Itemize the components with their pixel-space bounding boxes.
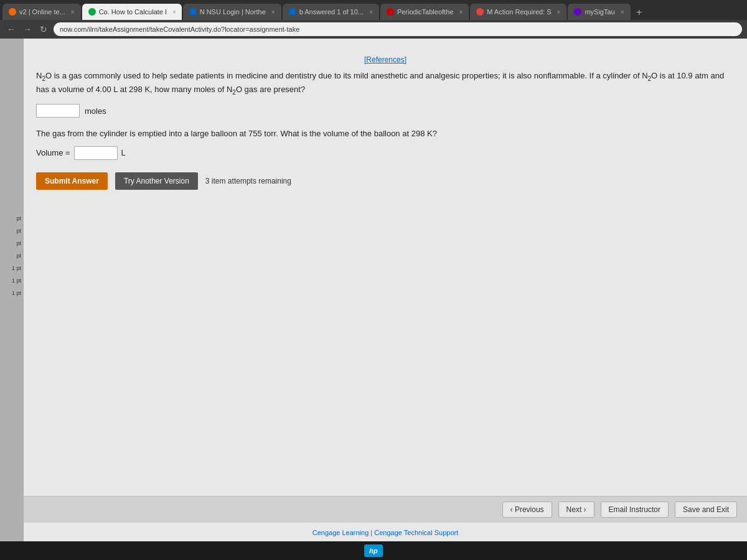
hp-logo-bar: hp	[0, 541, 747, 560]
address-bar[interactable]: now.com/ilrn/takeAssignment/takeCovalent…	[54, 22, 742, 36]
sidebar-label-6: 1 pt	[0, 275, 24, 286]
moles-input[interactable]	[36, 104, 80, 118]
sidebar-label-3: pt	[0, 238, 24, 249]
question-block: [References] N2O is a gas commonly used …	[36, 49, 735, 207]
volume-label: Volume =	[36, 148, 70, 157]
tab-close-5[interactable]: ×	[459, 9, 463, 16]
question-text: N2O is a gas commonly used to help sedat…	[36, 70, 735, 96]
forward-button[interactable]: →	[21, 24, 34, 34]
tab-close-6[interactable]: ×	[557, 9, 561, 16]
answer-row-1: moles	[36, 104, 735, 118]
tab-icon-7	[574, 8, 581, 16]
tab-icon-4	[289, 8, 296, 16]
back-button[interactable]: ←	[5, 24, 17, 34]
tab-2[interactable]: Co. How to Calculate I ×	[82, 4, 182, 20]
next-button[interactable]: Next ›	[558, 502, 594, 518]
tab-icon-2	[88, 8, 96, 16]
content-area: pt pt pt pt 1 pt 1 pt 1 pt [References] …	[0, 39, 747, 541]
tab-icon-3	[189, 8, 197, 16]
sidebar-label-5: 1 pt	[0, 263, 24, 274]
bottom-bar: ‹ Previous Next › Email Instructor Save …	[24, 496, 747, 523]
attempts-remaining: 3 item attempts remaining	[205, 177, 291, 185]
tab-close-1[interactable]: ×	[71, 9, 75, 16]
cengage-support-link[interactable]: Cengage Technical Support	[374, 529, 458, 536]
volume-row: Volume = L	[36, 146, 735, 160]
browser-chrome: v2 | Online te... × Co. How to Calculate…	[0, 0, 747, 39]
second-question-text: The gas from the cylinder is emptied int…	[36, 128, 735, 140]
sidebar-label-4: pt	[0, 250, 24, 261]
tab-icon-1	[9, 8, 16, 16]
page-content: [References] N2O is a gas commonly used …	[24, 39, 747, 541]
try-another-button[interactable]: Try Another Version	[115, 172, 198, 190]
references-link[interactable]: [References]	[364, 55, 406, 64]
tab-4[interactable]: b Answered 1 of 10... ×	[283, 4, 379, 20]
tab-bar: v2 | Online te... × Co. How to Calculate…	[0, 0, 747, 20]
sidebar-label-1: pt	[0, 213, 24, 224]
left-sidebar: pt pt pt pt 1 pt 1 pt 1 pt	[0, 39, 24, 541]
references-section: [References]	[36, 54, 735, 65]
new-tab-button[interactable]: +	[632, 5, 647, 20]
tab-icon-5	[387, 8, 394, 16]
sidebar-label-7: 1 pt	[0, 287, 24, 299]
tab-1[interactable]: v2 | Online te... ×	[2, 4, 81, 20]
tab-close-3[interactable]: ×	[271, 9, 275, 16]
tab-6[interactable]: M Action Required: S ×	[470, 4, 566, 20]
tab-close-2[interactable]: ×	[172, 9, 176, 16]
tab-7[interactable]: mySigTau ×	[568, 4, 630, 20]
submit-answer-button[interactable]: Submit Answer	[36, 172, 108, 190]
address-bar-row: ← → ↻ now.com/ilrn/takeAssignment/takeCo…	[0, 20, 747, 39]
footer: Cengage Learning | Cengage Technical Sup…	[24, 529, 747, 536]
tab-close-4[interactable]: ×	[369, 9, 373, 16]
tab-close-7[interactable]: ×	[621, 9, 624, 16]
email-instructor-button[interactable]: Email Instructor	[601, 502, 669, 518]
cengage-learning-link[interactable]: Cengage Learning	[312, 529, 369, 536]
save-and-exit-button[interactable]: Save and Exit	[675, 502, 737, 518]
buttons-row: Submit Answer Try Another Version 3 item…	[36, 172, 735, 190]
tab-3[interactable]: N NSU Login | Northe ×	[183, 4, 281, 20]
moles-unit: moles	[85, 106, 106, 116]
tab-icon-6	[476, 8, 484, 16]
sidebar-label-2: pt	[0, 225, 24, 236]
tab-5[interactable]: PeriodicTableofthe ×	[380, 4, 469, 20]
reload-button[interactable]: ↻	[37, 24, 50, 34]
volume-input[interactable]	[74, 146, 118, 160]
hp-logo: hp	[364, 544, 383, 557]
previous-button[interactable]: ‹ Previous	[502, 502, 552, 518]
volume-unit: L	[121, 148, 126, 157]
